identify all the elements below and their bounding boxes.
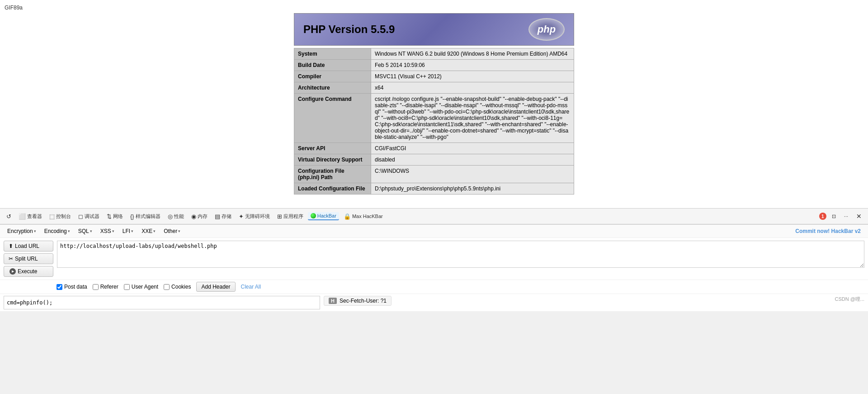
table-cell-key: Build Date xyxy=(294,60,371,71)
toolbar-application-btn[interactable]: ⊞ 应用程序 xyxy=(274,212,306,221)
encoding-label: Encoding xyxy=(44,228,67,234)
table-row: Build DateFeb 5 2014 10:59:06 xyxy=(294,60,574,71)
hackbar-active-dot xyxy=(311,213,316,218)
url-input-area xyxy=(57,241,864,269)
table-cell-value: x64 xyxy=(371,82,574,94)
sec-h-badge: H xyxy=(329,298,337,304)
php-info-wrapper: PHP Version 5.5.9 php SystemWindows NT W… xyxy=(5,13,863,195)
toolbar-memory-btn[interactable]: ◉ 内存 xyxy=(189,212,210,221)
hackbar-options: Post data Referer User Agent Cookies Add… xyxy=(0,280,868,294)
hackbar-bottom: H Sec-Fetch-User: ?1 CSDN @哩... xyxy=(0,294,868,311)
encoding-arrow: ▾ xyxy=(68,229,70,233)
style-label: 样式编辑器 xyxy=(136,213,160,220)
table-row: Loaded Configuration FileD:\phpstudy_pro… xyxy=(294,183,574,195)
sql-label: SQL xyxy=(78,228,89,234)
commit-now-btn[interactable]: Commit now! HackBar v2 xyxy=(795,228,861,234)
php-info-table: SystemWindows NT WANG 6.2 build 9200 (Wi… xyxy=(294,48,574,195)
user-agent-checkbox-item[interactable]: User Agent xyxy=(124,284,158,290)
memory-label: 内存 xyxy=(198,213,208,220)
menu-other[interactable]: Other ▾ xyxy=(160,227,184,236)
toolbar-max-hackbar-btn[interactable]: 🔒 Max HacKBar xyxy=(341,212,386,221)
menu-encoding[interactable]: Encoding ▾ xyxy=(41,227,74,236)
table-row: Architecturex64 xyxy=(294,82,574,94)
xss-label: XSS xyxy=(100,228,111,234)
close-devtools-btn[interactable]: ✕ xyxy=(854,212,864,221)
console-icon: ⬚ xyxy=(49,213,55,220)
execute-circle-icon xyxy=(9,268,16,275)
menu-sql[interactable]: SQL ▾ xyxy=(75,227,96,236)
add-header-button[interactable]: Add Header xyxy=(196,282,235,292)
cookies-label: Cookies xyxy=(171,284,191,290)
style-icon: {} xyxy=(130,213,134,220)
post-data-checkbox-item[interactable]: Post data xyxy=(57,284,87,290)
menu-xxe[interactable]: XXE ▾ xyxy=(138,227,159,236)
table-row: SystemWindows NT WANG 6.2 build 9200 (Wi… xyxy=(294,48,574,60)
close-icon: ✕ xyxy=(856,213,862,220)
referer-checkbox[interactable] xyxy=(93,284,99,290)
hackbar-label: HackBar xyxy=(317,213,336,218)
more-btn[interactable]: ··· xyxy=(841,213,851,220)
toolbar-debugger-btn[interactable]: ◻ 调试器 xyxy=(75,212,102,221)
lfi-label: LFI xyxy=(123,228,130,234)
toolbar-right: 1 ⊡ ··· ✕ xyxy=(819,212,864,221)
table-row: Server APICGI/FastCGI xyxy=(294,143,574,154)
application-label: 应用程序 xyxy=(283,213,303,220)
table-cell-key: Server API xyxy=(294,143,371,154)
referer-label: Referer xyxy=(100,284,118,290)
csdn-watermark: CSDN @哩... xyxy=(835,296,864,303)
back-icon: ↺ xyxy=(6,213,11,220)
toolbar-console-btn[interactable]: ⬚ 控制台 xyxy=(47,212,74,221)
php-info-container: PHP Version 5.5.9 php SystemWindows NT W… xyxy=(294,13,574,195)
hackbar-url-area: ⬆ Load URL ✂ Split URL Execute xyxy=(0,238,868,280)
gif-label: GIF89a xyxy=(5,5,863,11)
table-cell-value: disabled xyxy=(371,154,574,166)
encryption-label: Encryption xyxy=(7,228,33,234)
resize-btn[interactable]: ⊡ xyxy=(829,213,839,220)
post-data-input[interactable] xyxy=(4,296,320,309)
scissors-icon: ✂ xyxy=(9,256,13,262)
table-cell-key: Virtual Directory Support xyxy=(294,154,371,166)
max-hackbar-label: Max HacKBar xyxy=(352,214,383,219)
storage-icon: ▤ xyxy=(215,213,220,220)
cookies-checkbox-item[interactable]: Cookies xyxy=(164,284,191,290)
table-cell-key: Loaded Configuration File xyxy=(294,183,371,195)
network-label: 网络 xyxy=(113,213,123,220)
php-logo: php xyxy=(528,18,565,41)
toolbar-network-btn[interactable]: ⇅ 网络 xyxy=(104,212,126,221)
toolbar-hackbar-btn[interactable]: HackBar xyxy=(308,212,339,220)
sec-fetch-area: H Sec-Fetch-User: ?1 xyxy=(324,296,392,306)
toolbar-inspector-btn[interactable]: ⬜ 查看器 xyxy=(16,212,45,221)
table-cell-key: Architecture xyxy=(294,82,371,94)
table-cell-value: Feb 5 2014 10:59:06 xyxy=(371,60,574,71)
table-row: CompilerMSVC11 (Visual C++ 2012) xyxy=(294,71,574,82)
execute-button[interactable]: Execute xyxy=(4,266,53,277)
hackbar-actions: ⬆ Load URL ✂ Split URL Execute xyxy=(4,241,53,277)
lfi-arrow: ▾ xyxy=(131,229,133,233)
commit-now-area: Commit now! HackBar v2 xyxy=(795,228,864,234)
user-agent-checkbox[interactable] xyxy=(124,284,130,290)
load-url-button[interactable]: ⬆ Load URL xyxy=(4,241,53,252)
toolbar-accessibility-btn[interactable]: ✦ 无障碍环境 xyxy=(236,212,273,221)
toolbar-performance-btn[interactable]: ◎ 性能 xyxy=(165,212,187,221)
memory-icon: ◉ xyxy=(191,213,196,220)
split-url-button[interactable]: ✂ Split URL xyxy=(4,253,53,264)
url-textarea[interactable] xyxy=(57,241,864,268)
toolbar-back-btn[interactable]: ↺ xyxy=(4,212,14,221)
table-row: Configuration File (php.ini) PathC:\WIND… xyxy=(294,166,574,183)
hackbar-menubar: Encryption ▾ Encoding ▾ SQL ▾ XSS ▾ LFI … xyxy=(0,225,868,238)
resize-icon: ⊡ xyxy=(832,214,836,219)
menu-lfi[interactable]: LFI ▾ xyxy=(119,227,137,236)
menu-encryption[interactable]: Encryption ▾ xyxy=(4,227,40,236)
referer-checkbox-item[interactable]: Referer xyxy=(93,284,118,290)
sec-fetch-label: Sec-Fetch-User: ?1 xyxy=(340,298,387,304)
table-row: Virtual Directory Supportdisabled xyxy=(294,154,574,166)
post-data-checkbox[interactable] xyxy=(57,284,62,290)
network-icon: ⇅ xyxy=(107,213,112,220)
clear-all-button[interactable]: Clear All xyxy=(241,284,261,290)
hackbar-panel: Encryption ▾ Encoding ▾ SQL ▾ XSS ▾ LFI … xyxy=(0,224,868,311)
menu-xss[interactable]: XSS ▾ xyxy=(97,227,118,236)
inspector-icon: ⬜ xyxy=(19,213,26,220)
cookies-checkbox[interactable] xyxy=(164,284,170,290)
toolbar-style-btn[interactable]: {} 样式编辑器 xyxy=(127,212,163,221)
toolbar-storage-btn[interactable]: ▤ 存储 xyxy=(212,212,234,221)
